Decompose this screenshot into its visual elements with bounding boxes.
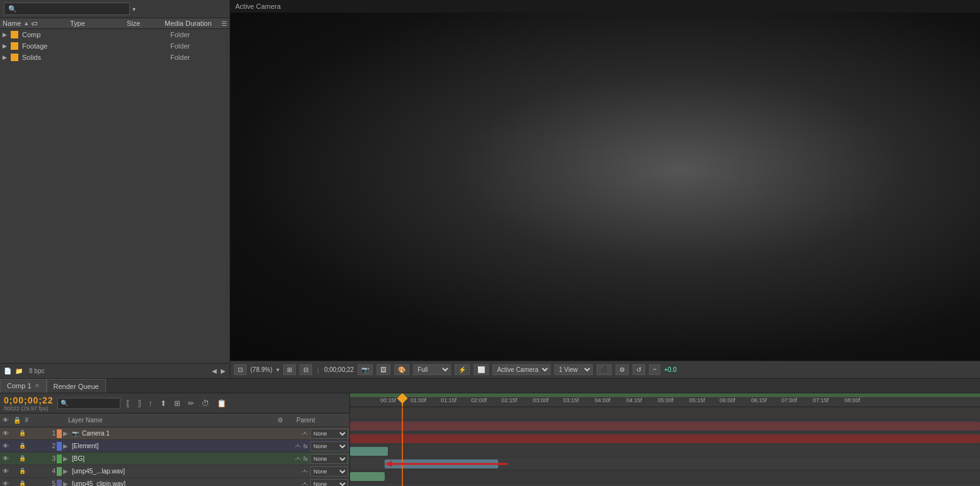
- layer-expand-btn[interactable]: ▶: [63, 443, 71, 449]
- comp1-tab-close[interactable]: ✕: [35, 383, 40, 389]
- element-track-bar[interactable]: [350, 422, 980, 431]
- layer-solo-btn[interactable]: [11, 480, 18, 486]
- timeline-controls-bar: 0;00;00;22 00022 (29.97 fps) ⟦ ⟧ ↑ ⬆ ⊞ ✏…: [0, 393, 349, 414]
- layer-shy-btn[interactable]: [26, 430, 33, 437]
- color-correct-btn[interactable]: 🎨: [394, 364, 409, 375]
- render-btn[interactable]: ⬛: [597, 364, 612, 375]
- item-name: Footage: [22, 42, 168, 50]
- in-point-btn[interactable]: ⟦: [124, 398, 132, 408]
- layer-expand-btn[interactable]: ▶: [63, 480, 71, 486]
- layer-parent-select[interactable]: None: [310, 454, 348, 464]
- layer-solo-btn[interactable]: [11, 430, 18, 437]
- out-point-btn[interactable]: ⟧: [136, 398, 143, 408]
- layer-eye-toggle[interactable]: 👁: [1, 430, 10, 437]
- layer-parent-select[interactable]: None: [310, 466, 348, 477]
- ruler-tick-container: 00:15f 01:00f 01:15f 02:00f 02:15f 03:00…: [350, 397, 980, 407]
- render-queue-tab[interactable]: Render Queue: [47, 379, 106, 393]
- transparency-btn[interactable]: ⬜: [474, 364, 489, 375]
- layer-color-swatch: [57, 480, 62, 487]
- list-item[interactable]: ▶ Footage Folder: [0, 40, 230, 52]
- viewer-canvas[interactable]: [230, 13, 980, 361]
- new-item-icon[interactable]: 📄: [4, 367, 11, 374]
- layer-lock-btn[interactable]: 🔒: [19, 455, 26, 462]
- layer-expand-btn[interactable]: ▶: [63, 468, 71, 475]
- search-dropdown-icon[interactable]: ▾: [132, 6, 136, 13]
- camera-select[interactable]: Active Camera: [493, 364, 551, 375]
- audio1-track-bar[interactable]: [350, 447, 388, 456]
- layer-icon-group: 🔒: [11, 430, 43, 437]
- clipboard-btn[interactable]: 📋: [215, 398, 228, 408]
- show-snapshot-btn[interactable]: 🖼: [376, 364, 390, 375]
- sort-icon[interactable]: ▲: [23, 20, 29, 26]
- layer-color-swatch: [57, 454, 62, 463]
- label-icon: 🏷: [32, 20, 38, 27]
- bg-track-bar[interactable]: [350, 434, 980, 443]
- ruler-tick: 02:15f: [501, 397, 517, 403]
- panel-menu-icon[interactable]: ☰: [221, 20, 227, 27]
- layer-expand-btn[interactable]: ▶: [63, 430, 71, 437]
- ruler-tick: 05:15f: [689, 397, 705, 403]
- folder-icon: [11, 54, 18, 61]
- camera-icon: 📷: [72, 431, 79, 437]
- layer-search-input[interactable]: [57, 398, 120, 409]
- stopwatch-btn[interactable]: ⏱: [200, 398, 211, 408]
- region-btn[interactable]: ⊡: [234, 364, 247, 375]
- track-row-element: [350, 420, 980, 432]
- lift-btn[interactable]: ↑: [147, 398, 155, 408]
- next-btn[interactable]: ▶: [221, 367, 226, 374]
- layer-name-text: [Element]: [72, 443, 293, 449]
- layer-shy-btn[interactable]: [26, 443, 33, 449]
- timeline-ruler[interactable]: 00:15f 01:00f 01:15f 02:00f 02:15f 03:00…: [350, 393, 980, 407]
- list-item[interactable]: ▶ Solids Folder: [0, 52, 230, 63]
- resolution-select[interactable]: FullHalfQuarter: [413, 364, 451, 375]
- comp1-tab[interactable]: Comp 1 ✕: [0, 379, 47, 393]
- layer-shy-btn[interactable]: [26, 480, 33, 486]
- new-folder-icon[interactable]: 📁: [15, 367, 23, 374]
- layer-solo-btn[interactable]: [11, 455, 18, 462]
- layer-number: 5: [44, 480, 55, 486]
- col-duration-label: Media Duration: [165, 20, 221, 27]
- overlap-btn[interactable]: ⊞: [172, 398, 182, 408]
- zoom-dropdown[interactable]: ▾: [276, 366, 279, 373]
- layer-lock-btn[interactable]: 🔒: [19, 468, 26, 475]
- layer-parent-select[interactable]: None: [310, 479, 348, 487]
- layer-eye-toggle[interactable]: 👁: [1, 443, 10, 449]
- current-timecode[interactable]: 0;00;00;22: [4, 395, 54, 405]
- color-depth-label: 8 bpc: [29, 367, 44, 374]
- snapshot-btn[interactable]: 📷: [358, 364, 373, 375]
- ruler-tick: 07:15f: [813, 397, 829, 403]
- layer-lock-btn[interactable]: 🔒: [19, 443, 26, 449]
- comp-settings-btn[interactable]: ⚙: [615, 364, 629, 375]
- layer-shy-btn[interactable]: [26, 468, 33, 475]
- layer-number: 4: [44, 468, 55, 475]
- expand-icon[interactable]: ▶: [3, 54, 7, 61]
- layer-solo-btn[interactable]: [11, 443, 18, 449]
- view-select[interactable]: 1 View2 Views: [554, 364, 593, 375]
- expand-icon[interactable]: ▶: [3, 43, 7, 49]
- expand-icon[interactable]: ▶: [3, 32, 7, 38]
- layer-eye-toggle[interactable]: 👁: [1, 455, 10, 462]
- list-item[interactable]: ▶ Comp Folder: [0, 29, 230, 40]
- layers-list: 👁 🔒 1 ▶ 📷 Camera 1 -*- None: [0, 427, 349, 486]
- layer-eye-toggle[interactable]: 👁: [1, 468, 10, 475]
- layer-eye-toggle[interactable]: 👁: [1, 480, 10, 486]
- audio3-track-bar[interactable]: [350, 472, 385, 481]
- layer-parent-select[interactable]: None: [310, 441, 348, 451]
- layer-solo-btn[interactable]: [11, 468, 18, 475]
- ruler-playhead[interactable]: [402, 393, 403, 407]
- reset-btn[interactable]: ↺: [633, 364, 645, 375]
- flow-btn[interactable]: ~: [649, 364, 660, 375]
- project-search-input[interactable]: [4, 3, 130, 15]
- fast-preview-btn[interactable]: ⚡: [455, 364, 470, 375]
- layer-lock-btn[interactable]: 🔒: [19, 430, 26, 437]
- pen-btn[interactable]: ✏: [186, 398, 196, 408]
- layer-shy-btn[interactable]: [26, 455, 33, 462]
- prev-btn[interactable]: ◀: [212, 367, 217, 374]
- layer-parent-select[interactable]: None: [310, 429, 348, 439]
- layer-expand-btn[interactable]: ▶: [63, 455, 71, 462]
- safe-zones-btn[interactable]: ⊟: [300, 364, 312, 375]
- extract-btn[interactable]: ⬆: [158, 398, 168, 408]
- fit-btn[interactable]: ⊞: [283, 364, 296, 375]
- ruler-tick: 03:15f: [563, 397, 579, 403]
- layer-lock-btn[interactable]: 🔒: [19, 480, 26, 486]
